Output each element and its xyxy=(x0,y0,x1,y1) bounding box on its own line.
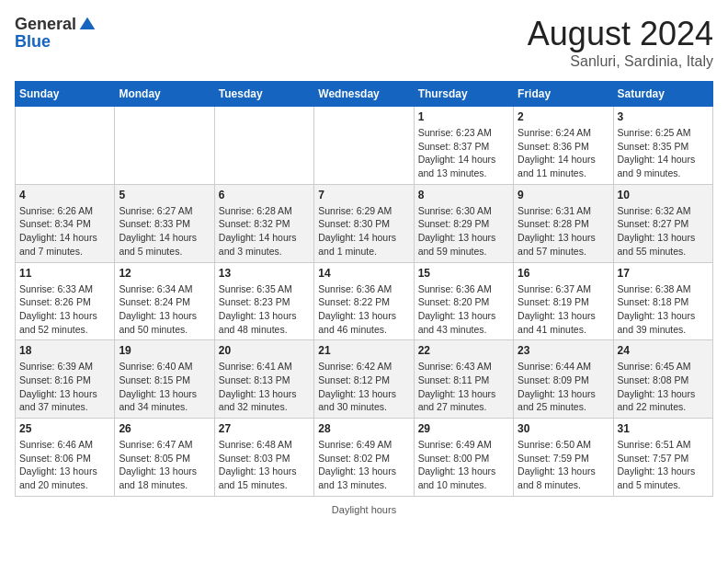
day-info: Sunrise: 6:48 AM Sunset: 8:03 PM Dayligh… xyxy=(219,438,310,492)
day-info: Sunrise: 6:47 AM Sunset: 8:05 PM Dayligh… xyxy=(119,438,210,492)
calendar-cell: 11Sunrise: 6:33 AM Sunset: 8:26 PM Dayli… xyxy=(16,262,115,340)
day-number: 26 xyxy=(119,422,210,435)
calendar-cell xyxy=(16,107,115,185)
day-number: 7 xyxy=(318,189,409,201)
day-number: 27 xyxy=(219,422,310,435)
calendar-cell: 12Sunrise: 6:34 AM Sunset: 8:24 PM Dayli… xyxy=(115,262,214,340)
footer-note: Daylight hours xyxy=(15,504,713,515)
day-number: 2 xyxy=(518,110,609,123)
calendar-cell: 30Sunrise: 6:50 AM Sunset: 7:59 PM Dayli… xyxy=(514,419,613,497)
day-number: 20 xyxy=(219,344,310,357)
day-info: Sunrise: 6:33 AM Sunset: 8:26 PM Dayligh… xyxy=(19,282,110,337)
calendar-cell xyxy=(314,107,414,185)
day-info: Sunrise: 6:50 AM Sunset: 7:59 PM Dayligh… xyxy=(518,438,609,492)
calendar-header-saturday: Saturday xyxy=(613,82,712,107)
calendar-cell: 16Sunrise: 6:37 AM Sunset: 8:19 PM Dayli… xyxy=(514,262,613,340)
day-number: 16 xyxy=(518,267,609,280)
day-number: 8 xyxy=(418,189,509,201)
day-number: 24 xyxy=(618,344,709,357)
day-info: Sunrise: 6:38 AM Sunset: 8:18 PM Dayligh… xyxy=(618,282,709,337)
day-info: Sunrise: 6:42 AM Sunset: 8:12 PM Dayligh… xyxy=(318,360,409,414)
day-info: Sunrise: 6:24 AM Sunset: 8:36 PM Dayligh… xyxy=(518,126,609,180)
day-number: 23 xyxy=(518,344,609,357)
calendar-cell xyxy=(115,107,214,185)
calendar-week-row: 18Sunrise: 6:39 AM Sunset: 8:16 PM Dayli… xyxy=(16,340,713,419)
day-number: 9 xyxy=(518,189,609,201)
day-info: Sunrise: 6:36 AM Sunset: 8:20 PM Dayligh… xyxy=(418,282,509,337)
day-info: Sunrise: 6:28 AM Sunset: 8:32 PM Dayligh… xyxy=(219,204,310,259)
calendar-cell: 26Sunrise: 6:47 AM Sunset: 8:05 PM Dayli… xyxy=(115,419,214,497)
day-number: 11 xyxy=(19,267,110,280)
calendar-cell: 4Sunrise: 6:26 AM Sunset: 8:34 PM Daylig… xyxy=(16,184,115,262)
day-number: 21 xyxy=(318,344,409,357)
calendar-week-row: 25Sunrise: 6:46 AM Sunset: 8:06 PM Dayli… xyxy=(16,419,713,497)
calendar-header-monday: Monday xyxy=(115,82,214,107)
day-info: Sunrise: 6:32 AM Sunset: 8:27 PM Dayligh… xyxy=(618,204,709,259)
day-number: 12 xyxy=(119,267,210,280)
logo-general-text: General xyxy=(15,15,76,34)
calendar-week-row: 4Sunrise: 6:26 AM Sunset: 8:34 PM Daylig… xyxy=(16,184,713,262)
calendar-cell: 22Sunrise: 6:43 AM Sunset: 8:11 PM Dayli… xyxy=(414,340,513,419)
day-info: Sunrise: 6:51 AM Sunset: 7:57 PM Dayligh… xyxy=(618,438,709,492)
day-info: Sunrise: 6:49 AM Sunset: 8:02 PM Dayligh… xyxy=(318,438,409,492)
logo: General Blue xyxy=(15,15,97,52)
calendar-cell: 5Sunrise: 6:27 AM Sunset: 8:33 PM Daylig… xyxy=(115,184,214,262)
day-info: Sunrise: 6:49 AM Sunset: 8:00 PM Dayligh… xyxy=(418,438,509,492)
calendar-header-sunday: Sunday xyxy=(16,82,115,107)
day-info: Sunrise: 6:39 AM Sunset: 8:16 PM Dayligh… xyxy=(19,360,110,414)
calendar-cell: 2Sunrise: 6:24 AM Sunset: 8:36 PM Daylig… xyxy=(514,107,613,185)
calendar-cell: 13Sunrise: 6:35 AM Sunset: 8:23 PM Dayli… xyxy=(214,262,313,340)
day-number: 5 xyxy=(119,189,210,201)
day-info: Sunrise: 6:31 AM Sunset: 8:28 PM Dayligh… xyxy=(518,204,609,259)
calendar-cell: 25Sunrise: 6:46 AM Sunset: 8:06 PM Dayli… xyxy=(16,419,115,497)
day-info: Sunrise: 6:36 AM Sunset: 8:22 PM Dayligh… xyxy=(318,282,409,337)
calendar-cell: 7Sunrise: 6:29 AM Sunset: 8:30 PM Daylig… xyxy=(314,184,414,262)
day-number: 19 xyxy=(119,344,210,357)
logo-blue-text: Blue xyxy=(15,32,51,51)
calendar-cell: 15Sunrise: 6:36 AM Sunset: 8:20 PM Dayli… xyxy=(414,262,513,340)
logo-icon xyxy=(78,16,97,34)
day-number: 14 xyxy=(318,267,409,280)
page-subtitle: Sanluri, Sardinia, Italy xyxy=(528,53,713,70)
calendar-cell: 1Sunrise: 6:23 AM Sunset: 8:37 PM Daylig… xyxy=(414,107,513,185)
title-block: August 2024 Sanluri, Sardinia, Italy xyxy=(528,15,713,70)
calendar-cell: 21Sunrise: 6:42 AM Sunset: 8:12 PM Dayli… xyxy=(314,340,414,419)
calendar-cell: 14Sunrise: 6:36 AM Sunset: 8:22 PM Dayli… xyxy=(314,262,414,340)
calendar-cell: 10Sunrise: 6:32 AM Sunset: 8:27 PM Dayli… xyxy=(613,184,712,262)
calendar-cell xyxy=(214,107,313,185)
day-number: 30 xyxy=(518,422,609,435)
day-info: Sunrise: 6:29 AM Sunset: 8:30 PM Dayligh… xyxy=(318,204,409,259)
day-number: 4 xyxy=(19,189,110,201)
calendar-header-wednesday: Wednesday xyxy=(314,82,414,107)
calendar-cell: 20Sunrise: 6:41 AM Sunset: 8:13 PM Dayli… xyxy=(214,340,313,419)
calendar-cell: 27Sunrise: 6:48 AM Sunset: 8:03 PM Dayli… xyxy=(214,419,313,497)
day-number: 18 xyxy=(19,344,110,357)
calendar-cell: 18Sunrise: 6:39 AM Sunset: 8:16 PM Dayli… xyxy=(16,340,115,419)
day-info: Sunrise: 6:34 AM Sunset: 8:24 PM Dayligh… xyxy=(119,282,210,337)
calendar-cell: 24Sunrise: 6:45 AM Sunset: 8:08 PM Dayli… xyxy=(613,340,712,419)
calendar-table: SundayMondayTuesdayWednesdayThursdayFrid… xyxy=(15,81,713,497)
calendar-cell: 3Sunrise: 6:25 AM Sunset: 8:35 PM Daylig… xyxy=(613,107,712,185)
calendar-cell: 29Sunrise: 6:49 AM Sunset: 8:00 PM Dayli… xyxy=(414,419,513,497)
calendar-cell: 8Sunrise: 6:30 AM Sunset: 8:29 PM Daylig… xyxy=(414,184,513,262)
calendar-cell: 17Sunrise: 6:38 AM Sunset: 8:18 PM Dayli… xyxy=(613,262,712,340)
day-info: Sunrise: 6:45 AM Sunset: 8:08 PM Dayligh… xyxy=(618,360,709,414)
day-info: Sunrise: 6:43 AM Sunset: 8:11 PM Dayligh… xyxy=(418,360,509,414)
day-number: 17 xyxy=(618,267,709,280)
day-number: 15 xyxy=(418,267,509,280)
day-info: Sunrise: 6:35 AM Sunset: 8:23 PM Dayligh… xyxy=(219,282,310,337)
day-number: 10 xyxy=(618,189,709,201)
calendar-cell: 31Sunrise: 6:51 AM Sunset: 7:57 PM Dayli… xyxy=(613,419,712,497)
calendar-header-friday: Friday xyxy=(514,82,613,107)
day-number: 6 xyxy=(219,189,310,201)
day-number: 28 xyxy=(318,422,409,435)
calendar-cell: 28Sunrise: 6:49 AM Sunset: 8:02 PM Dayli… xyxy=(314,419,414,497)
day-info: Sunrise: 6:41 AM Sunset: 8:13 PM Dayligh… xyxy=(219,360,310,414)
day-info: Sunrise: 6:46 AM Sunset: 8:06 PM Dayligh… xyxy=(19,438,110,492)
day-number: 22 xyxy=(418,344,509,357)
day-info: Sunrise: 6:23 AM Sunset: 8:37 PM Dayligh… xyxy=(418,126,509,180)
calendar-header-tuesday: Tuesday xyxy=(214,82,313,107)
calendar-cell: 19Sunrise: 6:40 AM Sunset: 8:15 PM Dayli… xyxy=(115,340,214,419)
day-info: Sunrise: 6:26 AM Sunset: 8:34 PM Dayligh… xyxy=(19,204,110,259)
svg-marker-0 xyxy=(80,17,96,29)
